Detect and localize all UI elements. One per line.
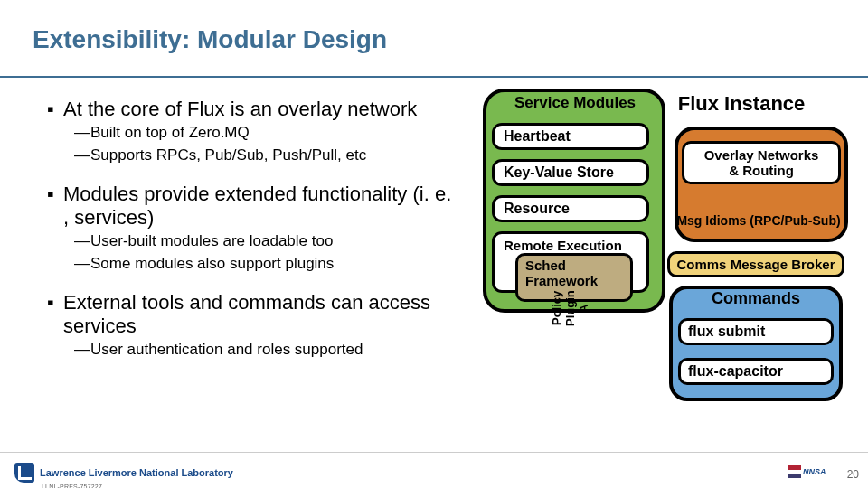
bullet-2-sub-1: User-built modules are loadable too xyxy=(90,231,461,252)
slide-number: 20 xyxy=(847,468,859,481)
llnl-org-name: Lawrence Livermore National Laboratory xyxy=(40,468,233,478)
flux-instance-label: Flux Instance xyxy=(633,92,850,116)
commands-label: Commands xyxy=(678,289,834,308)
service-modules-label: Service Modules xyxy=(492,94,658,117)
flux-capacitor-pill: flux-capacitor xyxy=(678,358,834,385)
overlay-networks-pill: Overlay Networks & Routing xyxy=(682,141,841,184)
bullet-2: ▪Modules provide extended functionality … xyxy=(47,183,463,275)
bullet-1: ▪At the core of Flux is an overlay netwo… xyxy=(47,98,463,166)
llnl-mark-icon xyxy=(14,463,34,483)
flux-submit-pill: flux submit xyxy=(678,318,834,345)
kvstore-pill: Key-Value Store xyxy=(492,159,649,186)
llnl-logo: Lawrence Livermore National Laboratory xyxy=(14,463,233,483)
bullet-2-text: Modules provide extended functionality (… xyxy=(63,183,461,230)
policy-plugin-label: Policy Plugin A xyxy=(550,286,575,331)
architecture-diagram: Flux Instance Service Modules Heartbeat … xyxy=(488,89,850,414)
slide-title: Extensibility: Modular Design xyxy=(33,25,387,54)
bullet-1-sub-1: Built on top of Zero.MQ xyxy=(90,123,461,144)
broker-pill: Comms Message Broker xyxy=(667,251,844,277)
bullet-3-sub-1: User authentication and roles supported xyxy=(90,340,461,361)
bullet-2-sub-2: Some modules also support plugins xyxy=(90,254,461,275)
bullet-3-text: External tools and commands can access s… xyxy=(63,291,461,338)
bullet-1-text: At the core of Flux is an overlay networ… xyxy=(63,98,461,121)
flag-icon xyxy=(788,465,801,478)
nnsa-logo: NNSA xyxy=(788,463,839,483)
bullet-1-sub-2: Supports RPCs, Pub/Sub, Push/Pull, etc xyxy=(90,145,461,166)
nnsa-text: NNSA xyxy=(803,467,826,476)
resource-pill: Resource xyxy=(492,195,649,222)
bullet-3: ▪External tools and commands can access … xyxy=(47,291,463,361)
bullet-column: ▪At the core of Flux is an overlay netwo… xyxy=(47,98,463,377)
msg-idioms-label: Msg Idioms (RPC/Pub-Sub) xyxy=(673,213,844,228)
footer: Lawrence Livermore National Laboratory L… xyxy=(0,452,868,488)
title-divider xyxy=(0,76,868,78)
heartbeat-pill: Heartbeat xyxy=(492,123,649,150)
presentation-id: LLNL-PRES-757227 xyxy=(42,483,102,488)
